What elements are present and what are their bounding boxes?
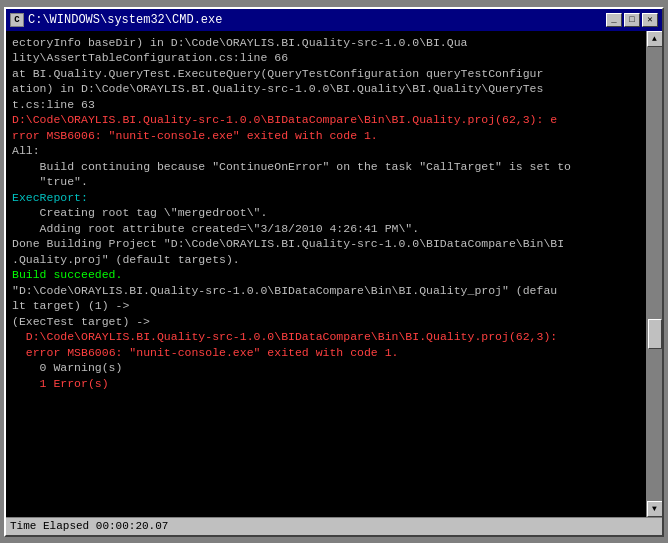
console-line: "D:\Code\ORAYLIS.BI.Quality-src-1.0.0\BI… [12,283,640,314]
cmd-icon: C [10,13,24,27]
console-content: ectoryInfo baseDir) in D:\Code\ORAYLIS.B… [6,31,646,517]
console-line: All: [12,143,640,159]
status-bar: Time Elapsed 00:00:20.07 [6,517,662,535]
console-line: Build succeeded. [12,267,640,283]
cmd-window: C C:\WINDOWS\system32\CMD.exe _ □ ✕ ecto… [4,7,664,537]
console-line: Build continuing because "ContinueOnErro… [12,159,640,190]
title-bar: C C:\WINDOWS\system32\CMD.exe _ □ ✕ [6,9,662,31]
scrollbar[interactable]: ▲ ▼ [646,31,662,517]
console-line: 1 Error(s) [12,376,640,392]
console-line: Done Building Project "D:\Code\ORAYLIS.B… [12,236,640,267]
console-line: Creating root tag \"mergedroot\". [12,205,640,221]
scroll-down-button[interactable]: ▼ [647,501,663,517]
console-line: Adding root attribute created=\"3/18/201… [12,221,640,237]
window-title: C:\WINDOWS\system32\CMD.exe [28,13,222,27]
console-line: ExecReport: [12,190,640,206]
scroll-up-button[interactable]: ▲ [647,31,663,47]
close-button[interactable]: ✕ [642,13,658,27]
title-buttons: _ □ ✕ [606,13,658,27]
maximize-button[interactable]: □ [624,13,640,27]
console-line: (ExecTest target) -> [12,314,640,330]
minimize-button[interactable]: _ [606,13,622,27]
console-line: ectoryInfo baseDir) in D:\Code\ORAYLIS.B… [12,35,640,66]
scroll-track[interactable] [647,47,663,501]
scroll-thumb[interactable] [648,319,662,349]
console-line: D:\Code\ORAYLIS.BI.Quality-src-1.0.0\BID… [12,329,640,360]
console-area: ectoryInfo baseDir) in D:\Code\ORAYLIS.B… [6,31,662,517]
title-bar-left: C C:\WINDOWS\system32\CMD.exe [10,13,222,27]
console-line: 0 Warning(s) [12,360,640,376]
time-elapsed: Time Elapsed 00:00:20.07 [10,520,168,532]
console-line: at BI.Quality.QueryTest.ExecuteQuery(Que… [12,66,640,113]
console-line: D:\Code\ORAYLIS.BI.Quality-src-1.0.0\BID… [12,112,640,143]
